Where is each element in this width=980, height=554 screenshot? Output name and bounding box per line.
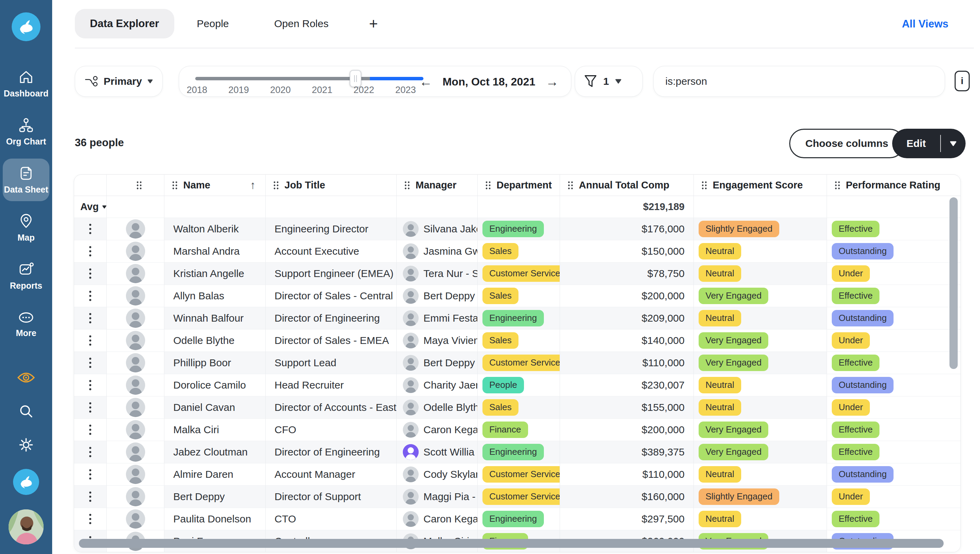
drag-handle-icon[interactable] (485, 181, 491, 190)
row-menu-button[interactable] (74, 486, 107, 508)
job-title-cell[interactable]: Head Recruiter (266, 374, 397, 396)
performance-rating-cell[interactable]: Outstanding (827, 463, 961, 486)
photo-cell[interactable] (107, 419, 164, 441)
drag-handle-icon[interactable] (172, 181, 178, 190)
drag-handle-icon[interactable] (568, 181, 573, 190)
job-title-cell[interactable]: Director of Engineering (266, 307, 397, 330)
department-cell[interactable]: Sales (478, 285, 560, 307)
manager-cell[interactable]: Tera Nur - S (397, 263, 478, 285)
all-views-link[interactable]: All Views (902, 18, 948, 30)
job-title-cell[interactable]: Support Lead (266, 352, 397, 374)
search-input[interactable] (665, 75, 933, 87)
performance-rating-cell[interactable]: Effective (827, 508, 961, 530)
drag-handle-icon[interactable] (835, 181, 840, 190)
photo-cell[interactable] (107, 240, 164, 263)
performance-rating-cell[interactable]: Effective (827, 419, 961, 441)
job-title-cell[interactable]: Director of Support (266, 486, 397, 508)
manager-cell[interactable]: Bert Deppy (397, 285, 478, 307)
job-title-cell[interactable]: Engineering Director (266, 218, 397, 240)
row-menu-button[interactable] (74, 463, 107, 486)
row-menu-button[interactable] (74, 218, 107, 240)
engagement-score-cell[interactable]: Very Engaged (694, 330, 827, 352)
photo-cell[interactable] (107, 374, 164, 396)
performance-rating-cell[interactable]: Outstanding (827, 374, 961, 396)
department-cell[interactable]: Finance (478, 419, 560, 441)
photo-cell[interactable] (107, 218, 164, 240)
vertical-scrollbar[interactable] (950, 197, 958, 369)
engagement-score-cell[interactable]: Neutral (694, 307, 827, 330)
engagement-score-cell[interactable]: Neutral (694, 396, 827, 419)
photo-cell[interactable] (107, 263, 164, 285)
department-cell[interactable]: Customer Service (478, 352, 560, 374)
performance-rating-cell[interactable]: Effective (827, 441, 961, 463)
department-cell[interactable]: Customer Service (478, 463, 560, 486)
timeline-track[interactable] (195, 77, 407, 80)
name-cell[interactable]: Almire Daren (164, 463, 266, 486)
annual-total-comp-cell[interactable]: $230,007 (560, 374, 694, 396)
annual-total-comp-cell[interactable]: $297,500 (560, 508, 694, 530)
row-menu-button[interactable] (74, 263, 107, 285)
header-name-column[interactable]: Name ↑ (164, 175, 266, 196)
engagement-score-cell[interactable]: Neutral (694, 374, 827, 396)
performance-rating-cell[interactable]: Effective (827, 285, 961, 307)
name-cell[interactable]: Phillipp Boor (164, 352, 266, 374)
manager-cell[interactable]: Bert Deppy (397, 352, 478, 374)
edit-button[interactable]: Edit (892, 129, 966, 158)
engagement-score-cell[interactable]: Neutral (694, 240, 827, 263)
engagement-score-cell[interactable]: Neutral (694, 263, 827, 285)
engagement-score-cell[interactable]: Very Engaged (694, 441, 827, 463)
manager-cell[interactable]: Charity Jaer (397, 374, 478, 396)
charthop-badge[interactable] (13, 469, 39, 495)
annual-total-comp-cell[interactable]: $200,000 (560, 419, 694, 441)
performance-rating-cell[interactable]: Under (827, 486, 961, 508)
search-info-button[interactable]: i (955, 71, 970, 91)
photo-cell[interactable] (107, 352, 164, 374)
job-title-cell[interactable]: Director of Accounts - East (266, 396, 397, 419)
job-title-cell[interactable]: Account Manager (266, 463, 397, 486)
drag-handle-icon[interactable] (273, 181, 279, 190)
row-menu-button[interactable] (74, 441, 107, 463)
name-cell[interactable]: Marshal Andra (164, 240, 266, 263)
header-engagement-score-column[interactable]: Engagement Score (694, 175, 827, 196)
department-cell[interactable]: People (478, 374, 560, 396)
department-cell[interactable]: Sales (478, 396, 560, 419)
engagement-score-cell[interactable]: Very Engaged (694, 419, 827, 441)
manager-cell[interactable]: Jasmina Gw (397, 240, 478, 263)
manager-cell[interactable]: Emmi Festa (397, 307, 478, 330)
tab-people[interactable]: People (174, 18, 251, 30)
name-cell[interactable]: Malka Ciri (164, 419, 266, 441)
department-cell[interactable]: Engineering (478, 307, 560, 330)
name-cell[interactable]: Bert Deppy (164, 486, 266, 508)
annual-total-comp-cell[interactable]: $176,000 (560, 218, 694, 240)
job-title-cell[interactable]: Account Executive (266, 240, 397, 263)
annual-total-comp-cell[interactable]: $150,000 (560, 240, 694, 263)
engagement-score-cell[interactable]: Neutral (694, 463, 827, 486)
choose-columns-button[interactable]: Choose columns (789, 129, 905, 158)
header-performance-rating-column[interactable]: Performance Rating (827, 175, 961, 196)
name-cell[interactable]: Odelle Blythe (164, 330, 266, 352)
photo-cell[interactable] (107, 396, 164, 419)
row-menu-button[interactable] (74, 240, 107, 263)
annual-total-comp-cell[interactable]: $78,750 (560, 263, 694, 285)
sort-ascending-icon[interactable]: ↑ (250, 179, 265, 191)
manager-cell[interactable]: Silvana Jakc (397, 218, 478, 240)
row-menu-button[interactable] (74, 285, 107, 307)
manager-cell[interactable]: Scott Willia (397, 441, 478, 463)
sidebar-item-reports[interactable]: Reports (3, 255, 49, 297)
job-title-cell[interactable]: CTO (266, 508, 397, 530)
row-menu-button[interactable] (74, 374, 107, 396)
sidebar-item-dashboard[interactable]: Dashboard (3, 62, 49, 105)
annual-total-comp-cell[interactable]: $140,000 (560, 330, 694, 352)
department-cell[interactable]: Engineering (478, 508, 560, 530)
engagement-score-cell[interactable]: Neutral (694, 508, 827, 530)
department-cell[interactable]: Sales (478, 330, 560, 352)
name-cell[interactable]: Daniel Cavan (164, 396, 266, 419)
add-view-button[interactable]: + (351, 15, 396, 32)
performance-rating-cell[interactable]: Under (827, 330, 961, 352)
job-title-cell[interactable]: CFO (266, 419, 397, 441)
photo-cell[interactable] (107, 486, 164, 508)
row-menu-button[interactable] (74, 396, 107, 419)
engagement-score-cell[interactable]: Very Engaged (694, 352, 827, 374)
engagement-score-cell[interactable]: Slightly Engaged (694, 218, 827, 240)
annual-total-comp-cell[interactable]: $155,000 (560, 396, 694, 419)
